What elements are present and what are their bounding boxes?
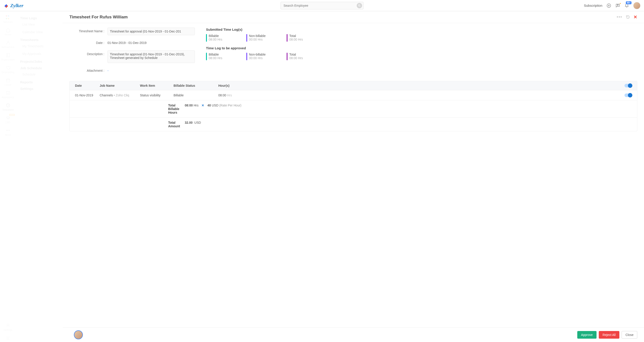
table-row: 01-Nov-2019 Channels • Zoho Cliq Status … bbox=[70, 90, 637, 100]
stat-approve-billable: Billable 08:00 Hrs bbox=[206, 53, 237, 60]
sidebar-item-mytimesheets[interactable]: My Timesheets bbox=[20, 43, 58, 49]
table-header: Date Job Name Work Item Billable Status … bbox=[70, 81, 637, 90]
user-avatar[interactable] bbox=[633, 2, 640, 9]
new-badge: NEW bbox=[9, 114, 15, 116]
attach-label: Attachment : bbox=[70, 67, 108, 72]
header-toggle[interactable] bbox=[624, 84, 632, 87]
sidebar-group-reports[interactable]: Reports bbox=[20, 80, 58, 84]
desc-label: Description : bbox=[70, 51, 108, 56]
close-button[interactable]: Close bbox=[622, 331, 637, 339]
stat-bar-icon bbox=[206, 34, 207, 42]
date-value: 01-Nov-2019 - 01-Dec-2019 bbox=[108, 39, 195, 46]
svg-text:?: ? bbox=[617, 4, 618, 6]
sidebar-group-projects[interactable]: Projects/Jobs bbox=[20, 60, 58, 64]
th-work: Work Item bbox=[140, 84, 174, 87]
panel-footer: Approve Reject All Close bbox=[63, 327, 644, 342]
sidebar-item-listview[interactable]: List View bbox=[20, 21, 58, 28]
th-job: Job Name bbox=[100, 84, 140, 87]
th-date: Date bbox=[75, 84, 100, 87]
rail-onboarding[interactable]: Onboarding bbox=[0, 63, 16, 76]
brand-logo[interactable]: Zylker bbox=[4, 3, 24, 9]
rail-more[interactable]: ••• More bbox=[0, 126, 16, 139]
approve-button[interactable]: Approve bbox=[577, 331, 596, 339]
svg-point-0 bbox=[358, 5, 360, 6]
history-icon[interactable] bbox=[626, 15, 630, 19]
total-amount-value: 32.00 USD bbox=[185, 121, 201, 128]
total-amount-row: Total Amount 32.00 USD bbox=[70, 117, 637, 131]
rail-home[interactable]: Home bbox=[0, 26, 16, 38]
gear-icon bbox=[6, 323, 10, 328]
help-chat-icon[interactable]: ? ✦ bbox=[615, 3, 620, 8]
rail-leave[interactable]: Leave bbox=[0, 76, 16, 88]
timelog-table: Date Job Name Work Item Billable Status … bbox=[70, 81, 637, 131]
th-bill: Billable Status bbox=[174, 84, 218, 87]
stat-bar-icon bbox=[246, 34, 247, 42]
home-icon bbox=[6, 28, 10, 32]
stat-bar-icon bbox=[206, 53, 207, 60]
collapse-icon[interactable] bbox=[6, 337, 10, 340]
org-icon bbox=[6, 53, 10, 57]
grid-icon bbox=[6, 15, 10, 20]
panel-header: Timesheet For Rufus William ••• ✕ bbox=[63, 11, 644, 23]
sidebar-item-calendarview[interactable]: Calendar View bbox=[20, 29, 58, 35]
rail-settings[interactable]: Settings bbox=[0, 322, 16, 332]
dots-icon: ••• bbox=[6, 128, 10, 133]
sidebar-group-timesheets[interactable]: Timesheets bbox=[20, 38, 58, 42]
rail-organization[interactable]: Organization bbox=[0, 51, 16, 63]
rail-lms[interactable]: NEW LMS bbox=[0, 113, 16, 126]
stat-approve-nonbillable: Non-billable 00:00 Hrs bbox=[246, 53, 278, 60]
submitted-title: Submitted Time Log(s) bbox=[206, 28, 637, 31]
footer-avatar[interactable] bbox=[74, 330, 83, 339]
brand-name: Zylker bbox=[10, 3, 24, 9]
sidebar-item-schedule[interactable]: Schedule bbox=[20, 71, 58, 78]
rail-services[interactable]: Services bbox=[0, 13, 16, 26]
add-icon[interactable] bbox=[606, 3, 611, 8]
calendar-check-icon bbox=[6, 91, 10, 95]
sidebar-item-myapprovals[interactable]: My Approvals bbox=[20, 51, 58, 57]
search-wrap bbox=[280, 2, 364, 10]
notification-bell-icon[interactable]: 99+ bbox=[624, 3, 629, 8]
subscription-link[interactable]: Subscription bbox=[584, 4, 602, 8]
svg-rect-7 bbox=[6, 54, 10, 57]
page-title: Timesheet For Rufus William bbox=[70, 15, 128, 20]
stat-submitted-billable: Billable 08:00 Hrs bbox=[206, 34, 237, 42]
stat-approve-total: Total 08:00 Hrs bbox=[286, 53, 318, 60]
row-toggle[interactable] bbox=[624, 94, 632, 97]
search-icon[interactable] bbox=[357, 3, 362, 8]
icon-rail: Services Home Self-service Organization … bbox=[0, 11, 16, 342]
main-panel: Timesheet For Rufus William ••• ✕ Timesh… bbox=[63, 11, 644, 342]
th-hours: Hour(s) bbox=[218, 84, 618, 87]
reject-all-button[interactable]: Reject All bbox=[599, 331, 619, 339]
timesheet-name-input[interactable] bbox=[108, 28, 195, 35]
notification-badge: 99+ bbox=[626, 1, 632, 4]
description-input[interactable]: Timesheet for approval (01-Nov-2019 - 01… bbox=[108, 51, 195, 63]
svg-point-13 bbox=[8, 325, 8, 326]
attachment-value[interactable]: - bbox=[108, 67, 195, 74]
svg-point-6 bbox=[7, 41, 9, 43]
timesheet-stats: Submitted Time Log(s) Billable 08:00 Hrs bbox=[206, 28, 637, 78]
sidebar-group-jobschedule[interactable]: Job Schedule bbox=[20, 66, 58, 70]
close-icon[interactable]: ✕ bbox=[634, 14, 637, 20]
topbar-right: Subscription ? ✦ 99+ bbox=[584, 2, 640, 9]
total-billable-value: 08:00 Hrs ✕ 40 USD (Rate Per Hour) bbox=[185, 104, 242, 114]
panel-body: Timesheet Name : Date : 01-Nov-2019 - 01… bbox=[63, 23, 644, 342]
row-bill: Billable bbox=[174, 94, 218, 97]
sidebar-group-settings[interactable]: Settings bbox=[20, 87, 58, 91]
name-label: Timesheet Name : bbox=[70, 28, 108, 33]
rail-self-service[interactable]: Self-service bbox=[0, 38, 16, 51]
more-options-icon[interactable]: ••• bbox=[617, 15, 622, 20]
date-label: Date : bbox=[70, 39, 108, 45]
search-input[interactable] bbox=[280, 2, 364, 10]
heart-hands-icon bbox=[6, 66, 10, 70]
calendar-icon bbox=[6, 78, 10, 83]
rail-attendance[interactable]: Attendance bbox=[0, 88, 16, 101]
row-work: Status visibility bbox=[140, 94, 174, 97]
row-job: Channels • Zoho Cliq bbox=[100, 94, 140, 97]
topbar: Zylker Subscription ? ✦ 99+ bbox=[0, 0, 644, 11]
sidebar-group-timelogs[interactable]: Time Logs bbox=[20, 16, 58, 20]
stat-submitted-nonbillable: Non-billable 00:00 Hrs bbox=[246, 34, 278, 42]
person-icon bbox=[6, 40, 10, 45]
clock-icon bbox=[6, 103, 10, 108]
svg-line-1 bbox=[360, 6, 360, 7]
rail-timesheet[interactable]: Timesheet bbox=[0, 101, 16, 113]
